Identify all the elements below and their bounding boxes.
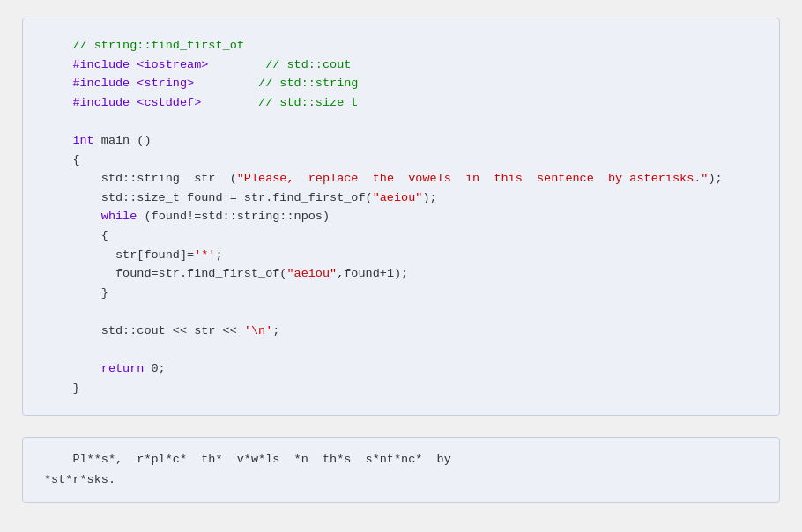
code-text: { — [44, 153, 80, 166]
keyword: #include <iostream> — [44, 58, 208, 71]
output-line: *st*r*sks. — [44, 470, 758, 490]
code-line: // string::find_first_of — [44, 36, 758, 55]
code-line — [44, 112, 758, 131]
code-line: #include <cstddef> // std::size_t — [44, 93, 758, 113]
code-text: found=str.find_first_of( — [44, 267, 286, 280]
code-line: std::cout << str << '\n'; — [44, 321, 758, 341]
string-literal: "aeiou" — [286, 267, 337, 280]
output-line: Pl**s*, r*pl*c* th* v*w*ls *n th*s s*nt*… — [44, 450, 758, 469]
code-block: // string::find_first_of #include <iostr… — [22, 18, 780, 416]
code-line: { — [44, 226, 758, 246]
code-text: ); — [708, 172, 722, 185]
code-text: { — [44, 229, 108, 242]
keyword: while — [101, 210, 137, 223]
code-line: found=str.find_first_of("aeiou",found+1)… — [44, 264, 758, 284]
code-line: #include <string> // std::string — [44, 74, 758, 93]
code-line: std::size_t found = str.find_first_of("a… — [44, 188, 758, 208]
keyword: int — [72, 134, 93, 147]
code-line: int main () — [44, 131, 758, 151]
code-line: } — [44, 284, 758, 303]
code-text: main () — [94, 134, 152, 147]
code-text: ,found+1); — [337, 267, 408, 280]
code-text: (found!=std::string::npos) — [137, 210, 330, 223]
code-text — [44, 134, 72, 147]
code-text: } — [44, 381, 80, 395]
code-text: str[found]= — [44, 248, 194, 262]
code-line: str[found]='*'; — [44, 246, 758, 265]
code-line: while (found!=std::string::npos) — [44, 207, 758, 226]
string-literal: "aeiou" — [373, 191, 423, 204]
code-text: } — [44, 286, 108, 299]
keyword: #include <cstddef> — [44, 96, 201, 109]
comment: // std::cout — [208, 58, 351, 71]
keyword: #include <string> — [44, 77, 194, 90]
code-text — [44, 210, 101, 223]
code-text — [44, 362, 101, 375]
output-block: Pl**s*, r*pl*c* th* v*w*ls *n th*s s*nt*… — [22, 437, 780, 503]
keyword: return — [101, 362, 145, 375]
code-text: ; — [272, 324, 279, 337]
code-text: ; — [215, 248, 222, 262]
code-line: return 0; — [44, 359, 758, 379]
code-line: std::string str ("Please, replace the vo… — [44, 169, 758, 188]
string-literal: '\n' — [244, 324, 272, 337]
code-line: } — [44, 379, 758, 398]
code-text: ); — [422, 191, 436, 204]
comment: // string::find_first_of — [44, 39, 244, 52]
comment: // std::string — [194, 77, 358, 90]
code-text: std::size_t found = str.find_first_of( — [44, 191, 373, 204]
code-text: std::cout << str << — [44, 324, 244, 337]
code-line: { — [44, 151, 758, 170]
code-text: std::string str ( — [44, 172, 237, 185]
code-line — [44, 302, 758, 321]
code-line — [44, 341, 758, 360]
string-literal: '*' — [194, 248, 215, 262]
comment: // std::size_t — [201, 96, 358, 109]
string-literal: "Please, replace the vowels in this sent… — [237, 172, 709, 185]
code-text: 0; — [144, 362, 165, 375]
code-line: #include <iostream> // std::cout — [44, 55, 758, 75]
